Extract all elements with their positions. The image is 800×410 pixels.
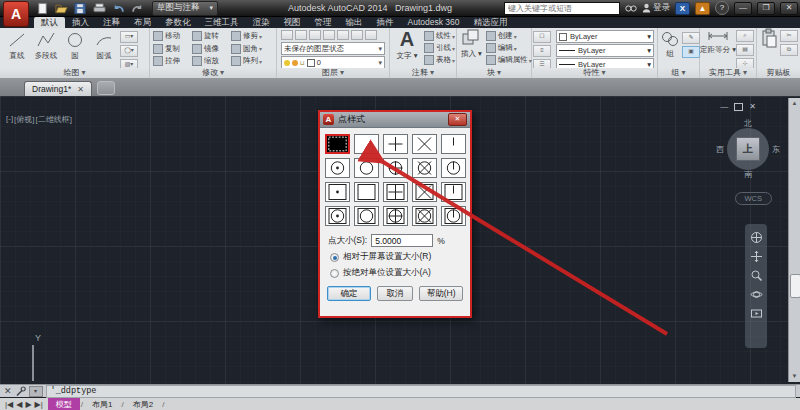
- doc-minimize-icon[interactable]: —: [720, 102, 728, 111]
- point-style-square-circle-tick[interactable]: [441, 206, 466, 226]
- modify-tool-移动[interactable]: 移动: [153, 30, 192, 43]
- text-tool-button[interactable]: A 文字 ▾: [394, 28, 420, 66]
- modify-tool-镜像[interactable]: 镜像: [192, 43, 231, 56]
- paste-button[interactable]: [761, 28, 777, 56]
- command-close-icon[interactable]: ✕: [4, 386, 12, 397]
- ellipse-tool-button[interactable]: ◯▾: [120, 45, 138, 57]
- scroll-down-icon[interactable]: ▼: [789, 371, 800, 382]
- first-layout-icon[interactable]: |◀: [5, 400, 13, 409]
- point-size-input[interactable]: [371, 234, 433, 247]
- insert-block-button[interactable]: 插入 ▾: [461, 28, 482, 66]
- cancel-button[interactable]: 取消: [377, 286, 413, 301]
- layout-tab-模型[interactable]: 模型: [48, 398, 80, 410]
- point-style-circle-cross[interactable]: [412, 158, 437, 178]
- point-style-circle[interactable]: [354, 158, 379, 178]
- modify-tool-拉伸[interactable]: 拉伸: [153, 55, 192, 68]
- orbit-icon[interactable]: [750, 288, 763, 301]
- point-style-cross[interactable]: [412, 134, 437, 154]
- redo-icon[interactable]: [129, 2, 145, 15]
- annotation-tool-引线[interactable]: 引线: [424, 42, 455, 54]
- scrollbar-thumb[interactable]: [790, 274, 800, 298]
- linetype-dropdown[interactable]: ByLayer▾: [556, 44, 654, 57]
- viewcube-top-face[interactable]: 上: [736, 137, 760, 161]
- measure-button[interactable]: 定距等分 ▾: [703, 28, 733, 70]
- modify-tool-旋转[interactable]: 旋转: [192, 30, 231, 43]
- save-icon[interactable]: [72, 2, 88, 15]
- recent-commands-icon[interactable]: ▾: [29, 386, 43, 397]
- point-style-circle-dot[interactable]: [325, 158, 350, 178]
- layer-freeze-icon[interactable]: [323, 30, 335, 40]
- exchange-apps-icon[interactable]: X: [675, 2, 690, 15]
- compass-north[interactable]: 北: [744, 118, 752, 129]
- point-style-square-cross[interactable]: [412, 182, 437, 202]
- block-tool-编辑属性[interactable]: 编辑属性: [486, 54, 532, 66]
- layer-properties-icon[interactable]: [281, 30, 293, 40]
- tab-管理[interactable]: 管理: [308, 17, 339, 28]
- modify-tool-阵列[interactable]: 阵列: [231, 55, 270, 68]
- tab-三维工具[interactable]: 三维工具: [198, 17, 246, 28]
- open-folder-icon[interactable]: [53, 2, 69, 15]
- layer-match-icon[interactable]: [351, 30, 363, 40]
- show-motion-icon[interactable]: [750, 307, 763, 320]
- point-style-blank[interactable]: [354, 134, 379, 154]
- file-tab-close-icon[interactable]: ✕: [77, 85, 84, 94]
- compass-west[interactable]: 西: [716, 144, 724, 155]
- point-style-square-circle-dot[interactable]: [325, 206, 350, 226]
- new-drawing-tab-button[interactable]: [97, 81, 115, 95]
- prev-layout-icon[interactable]: ◀: [16, 400, 22, 409]
- radio-absolute-units[interactable]: 按绝对单位设置大小(A): [330, 267, 470, 279]
- tab-参数化[interactable]: 参数化: [158, 17, 198, 28]
- linetype-icon[interactable]: ≡: [533, 45, 551, 57]
- point-style-circle-tick[interactable]: [441, 158, 466, 178]
- tab-默认[interactable]: 默认: [34, 17, 65, 28]
- layer-isolate-icon[interactable]: [309, 30, 321, 40]
- layout-tab-布局2[interactable]: 布局2: [125, 398, 161, 410]
- point-style-plus[interactable]: [383, 134, 408, 154]
- compass-south[interactable]: 南: [744, 169, 752, 180]
- vertical-scrollbar[interactable]: ▲ ▼: [788, 98, 800, 382]
- radio-relative-to-screen[interactable]: 相对于屏幕设置大小(R): [330, 251, 470, 263]
- panel-label-annotation[interactable]: 注释: [390, 68, 456, 78]
- tab-插入[interactable]: 插入: [65, 17, 96, 28]
- point-style-square-tick[interactable]: [441, 182, 466, 202]
- binoculars-search-icon[interactable]: [625, 3, 637, 13]
- pan-icon[interactable]: [750, 250, 763, 263]
- viewport-menu-control[interactable]: [-]: [6, 114, 13, 125]
- visual-style-control[interactable]: [二维线框]: [36, 114, 72, 125]
- dialog-title-bar[interactable]: A 点样式: [320, 112, 470, 128]
- block-tool-编辑[interactable]: 编辑: [486, 42, 532, 54]
- object-color-icon[interactable]: 🞏: [533, 31, 551, 43]
- doc-close-icon[interactable]: ✕: [749, 102, 756, 111]
- object-color-dropdown[interactable]: ByLayer▾: [556, 30, 654, 43]
- point-style-tick[interactable]: [441, 134, 466, 154]
- view-control[interactable]: [俯视]: [14, 114, 34, 125]
- a360-sync-icon[interactable]: ▲: [695, 2, 710, 15]
- group-edit-icon[interactable]: ▣: [682, 46, 700, 58]
- point-style-square[interactable]: [354, 182, 379, 202]
- quick-calc-icon[interactable]: ▤: [736, 44, 754, 56]
- tab-精选应用[interactable]: 精选应用: [466, 17, 514, 28]
- scroll-up-icon[interactable]: ▲: [789, 98, 800, 109]
- panel-label-group[interactable]: 组: [658, 68, 699, 78]
- panel-label-block[interactable]: 块: [457, 68, 531, 78]
- file-tab-drawing1[interactable]: Drawing1* ✕: [24, 81, 92, 96]
- workspace-dropdown[interactable]: 草图与注释▾: [152, 1, 218, 16]
- point-style-circle-plus[interactable]: [383, 158, 408, 178]
- tab-Autodesk 360[interactable]: Autodesk 360: [401, 17, 467, 28]
- help-button[interactable]: 帮助(H): [419, 286, 463, 301]
- copy-clip-icon[interactable]: ⧉: [780, 44, 798, 56]
- search-input[interactable]: [504, 2, 620, 15]
- dialog-close-button[interactable]: [448, 113, 467, 126]
- zoom-icon[interactable]: [750, 269, 763, 282]
- quick-select-icon[interactable]: ⌕: [736, 30, 754, 42]
- draw-tool-圆[interactable]: 圆: [62, 30, 88, 71]
- last-layout-icon[interactable]: ▶|: [35, 400, 43, 409]
- window-maximize-button[interactable]: ❒: [757, 2, 775, 15]
- command-input[interactable]: '_ddptype: [46, 385, 796, 398]
- compass-east[interactable]: 东: [772, 144, 780, 155]
- layer-prev-icon[interactable]: [365, 30, 377, 40]
- panel-label-modify[interactable]: 修改: [150, 68, 276, 78]
- wcs-dropdown[interactable]: WCS: [735, 192, 773, 205]
- layer-state-dropdown[interactable]: 未保存的图层状态▾: [281, 42, 385, 55]
- point-style-square-circle[interactable]: [354, 206, 379, 226]
